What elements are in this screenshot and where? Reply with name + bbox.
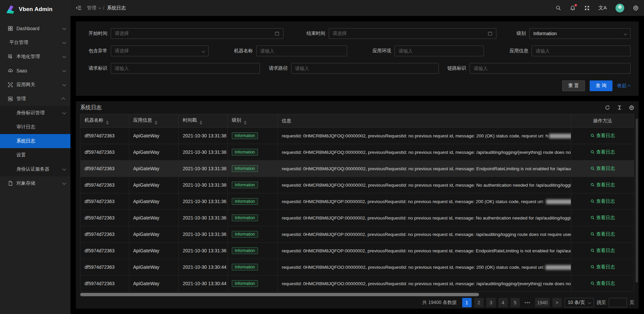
sort-icon[interactable] [244,121,247,125]
page-size-select[interactable]: 10 条/页 [565,298,594,307]
bell-icon[interactable] [570,5,576,11]
search-icon [590,232,595,236]
view-log-link[interactable]: 查看日志 [590,133,615,139]
sort-icon[interactable] [155,121,157,125]
view-log-link[interactable]: 查看日志 [590,264,615,270]
redacted-blur [545,265,571,270]
cell-message: requestId: 0HMCRBM8JQFOQ:00000002, previ… [278,144,571,161]
trace-id-input[interactable] [474,66,627,71]
view-log-link[interactable]: 查看日志 [590,280,615,287]
breadcrumb-parent[interactable]: 管理 [87,5,100,11]
dashboard-icon [7,26,13,32]
end-time-picker[interactable]: 请选择 [329,28,496,39]
col-timestamp[interactable]: 时间戳 [179,114,228,128]
sidebar-item-11[interactable]: 对象存储 [0,176,70,190]
page-button-1940[interactable]: 1940 [535,298,549,307]
pagination-pages: 12345•••1940 [462,298,550,307]
page-button-5[interactable]: 5 [511,298,520,307]
sidebar-item-9[interactable]: 设置 [0,148,70,162]
user-avatar[interactable] [615,4,624,12]
logo[interactable]: Vben Admin [0,0,70,19]
chevron-down-icon [62,111,66,114]
page-jump-input[interactable] [609,298,627,307]
cell-app-info: ApiGateWay [129,226,179,243]
app-info-label: 应用信息 [505,48,532,54]
table-title: 系统日志 [80,104,102,111]
sidebar-item-3[interactable]: Saas [0,64,70,78]
sidebar-item-7[interactable]: 审计日志 [0,120,70,134]
sidebar-item-6[interactable]: 身份标识管理 [0,106,70,120]
localization-icon [7,54,13,60]
sidebar-item-5[interactable]: 管理 [0,92,70,106]
breadcrumb-separator: / [103,5,104,11]
view-log-link[interactable]: 查看日志 [590,149,615,155]
table-header-row: 机器名称 应用信息 时间戳 级别 信息 操作方法 [80,114,634,128]
sidebar-item-1[interactable]: 平台管理 [0,36,70,50]
horizontal-scrollbar-thumb[interactable] [80,293,479,296]
pagination-ellipsis: ••• [523,298,533,307]
col-machine-name[interactable]: 机器名称 [80,114,129,128]
search-icon [590,215,595,220]
cell-machine-name: df5974d72363 [80,161,129,177]
sidebar-item-10[interactable]: 身份认证服务器 [0,162,70,176]
page-button-1[interactable]: 1 [462,298,472,307]
table-row: df5974d72363 ApiGateWay 2021-10-30 13:31… [80,210,634,226]
row-height-icon[interactable] [617,105,622,110]
cell-timestamp: 2021-10-30 13:30:44 [179,259,228,275]
start-time-picker[interactable]: 请选择 [111,28,283,39]
sort-icon[interactable] [106,121,109,125]
app-env-input[interactable] [398,48,480,54]
page-button-4[interactable]: 4 [498,298,508,307]
sidebar-item-8[interactable]: 系统日志 [0,134,70,148]
locale-icon[interactable]: 文A [598,5,607,11]
sort-icon[interactable] [200,121,202,125]
sidebar-item-2[interactable]: 本地化管理 [0,50,70,64]
cell-machine-name: df5974d72363 [80,210,129,226]
saas-icon [7,68,13,74]
gear-icon[interactable] [633,5,639,11]
sidebar-item-0[interactable]: Dashboard [0,21,70,36]
request-path-input[interactable] [295,66,435,71]
collapse-link[interactable]: 收起 [617,83,631,89]
view-log-link[interactable]: 查看日志 [590,248,615,254]
search-icon[interactable] [555,5,561,11]
view-log-link[interactable]: 查看日志 [590,215,615,221]
breadcrumb: 管理 / 系统日志 [87,5,126,11]
sidebar-item-4[interactable]: 应用网关 [0,78,70,92]
page-button-3[interactable]: 3 [486,298,496,307]
filter-request-path: 请求路径 [264,63,439,74]
cell-timestamp: 2021-10-30 13:31:36 [179,210,228,226]
request-id-input[interactable] [115,66,256,71]
next-page-button[interactable]: > [552,298,562,307]
machine-name-input[interactable] [260,48,343,54]
request-id-field [111,63,260,74]
reset-button[interactable]: 重 置 [562,80,585,91]
view-log-link[interactable]: 查看日志 [590,166,615,172]
menu-fold-icon[interactable] [76,5,82,11]
col-app-info[interactable]: 应用信息 [129,114,179,128]
search-icon [590,281,595,286]
level-select[interactable]: Information [529,28,631,39]
filter-has-exception: 包含异常 请选择 [84,46,209,56]
cell-message: requestId: 0HMCRBM8JQFOO:00000002, previ… [278,259,571,275]
has-exception-select[interactable]: 请选择 [111,46,209,56]
level-select-value: Information [533,31,557,36]
sidebar-item-label: 本地化管理 [16,54,62,60]
request-path-label: 请求路径 [264,65,291,71]
refresh-icon[interactable] [605,105,610,110]
vertical-scrollbar-thumb[interactable] [636,119,638,282]
page-button-2[interactable]: 2 [474,298,484,307]
filter-row-3: 请求标识 请求路径 链路标识 [84,63,631,74]
calendar-icon [488,31,492,36]
search-button[interactable]: 查 询 [590,80,612,91]
cell-actions: 查看日志 [571,259,634,275]
app-info-input[interactable] [536,48,627,54]
view-log-link[interactable]: 查看日志 [590,231,615,237]
cell-actions: 查看日志 [571,193,634,210]
view-log-link[interactable]: 查看日志 [590,198,615,204]
search-icon [590,265,595,269]
view-log-link[interactable]: 查看日志 [590,182,615,188]
fullscreen-icon[interactable] [584,5,590,11]
col-level[interactable]: 级别 [228,114,278,128]
column-settings-gear-icon[interactable] [629,105,634,110]
